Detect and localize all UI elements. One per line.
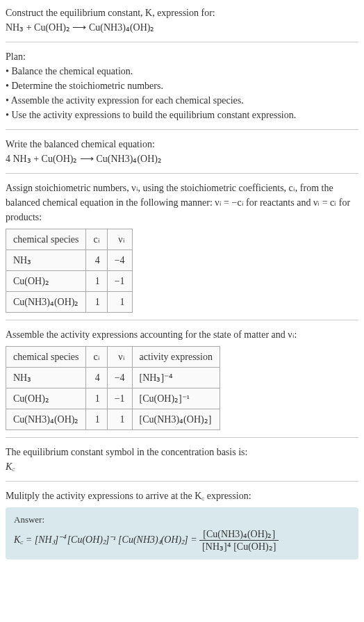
col-ci: cᵢ [86,347,107,368]
cell-activity: [Cu(OH)₂]⁻¹ [132,388,220,409]
plan-item: • Balance the chemical equation. [6,64,358,79]
assign-block: Assign stoichiometric numbers, νᵢ, using… [6,181,358,313]
cell-ci: 1 [86,409,107,430]
cell-activity: [NH₃]⁻⁴ [132,368,220,388]
table-header-row: chemical species cᵢ νᵢ [6,229,133,250]
plan-block: Plan: • Balance the chemical equation. •… [6,49,358,122]
answer-box: Answer: K꜀ = [NH₃]⁻⁴ [Cu(OH)₂]⁻¹ [Cu(NH3… [6,507,358,559]
assign-table: chemical species cᵢ νᵢ NH₃ 4 −4 Cu(OH)₂ … [6,229,133,313]
activity-table: chemical species cᵢ νᵢ activity expressi… [6,346,220,430]
cell-nui: −4 [107,250,132,271]
cell-species: Cu(OH)₂ [6,271,86,292]
assign-text: Assign stoichiometric numbers, νᵢ, using… [6,181,358,224]
multiply-block: Mulitply the activity expressions to arr… [6,489,358,503]
divider [6,481,358,482]
activity-text: Assemble the activity expressions accoun… [6,327,358,342]
cell-nui: −1 [107,388,132,409]
col-nui: νᵢ [107,347,132,368]
fraction-numerator: [Cu(NH3)₄(OH)₂] [199,528,279,541]
divider [6,320,358,320]
balanced-heading: Write the balanced chemical equation: [6,137,358,152]
divider [6,173,358,174]
cell-activity: [Cu(NH3)₄(OH)₂] [132,409,220,430]
balanced-equation: 4 NH₃ + Cu(OH)₂ ⟶ Cu(NH3)₄(OH)₂ [6,152,358,166]
cell-species: Cu(NH3)₄(OH)₂ [6,409,86,430]
table-row: Cu(OH)₂ 1 −1 [Cu(OH)₂]⁻¹ [6,388,220,409]
intro-line1: Construct the equilibrium constant, K, e… [6,6,358,20]
divider [6,42,358,42]
cell-ci: 4 [86,250,107,271]
plan-item: • Determine the stoichiometric numbers. [6,79,358,93]
plan-item: • Use the activity expressions to build … [6,108,358,122]
col-species: chemical species [6,229,86,250]
answer-lhs: K꜀ = [NH₃]⁻⁴ [Cu(OH)₂]⁻¹ [Cu(NH3)₄(OH)₂]… [14,534,199,545]
activity-block: Assemble the activity expressions accoun… [6,327,358,430]
divider [6,129,358,130]
table-row: NH₃ 4 −4 [NH₃]⁻⁴ [6,368,220,388]
divider [6,437,358,438]
answer-label: Answer: [14,514,350,525]
fraction-denominator: [NH₃]⁴ [Cu(OH)₂] [199,541,279,553]
cell-ci: 1 [86,388,107,409]
cell-nui: −1 [107,271,132,292]
intro-block: Construct the equilibrium constant, K, e… [6,6,358,35]
col-activity: activity expression [132,347,220,368]
symbol-block: The equilibrium constant symbol in the c… [6,445,358,474]
cell-ci: 4 [86,368,107,388]
col-ci: cᵢ [86,229,107,250]
plan-heading: Plan: [6,49,358,64]
cell-ci: 1 [86,292,107,313]
table-row: Cu(OH)₂ 1 −1 [6,271,133,292]
cell-species: Cu(OH)₂ [6,388,86,409]
cell-ci: 1 [86,271,107,292]
col-nui: νᵢ [107,229,132,250]
plan-item: • Assemble the activity expression for e… [6,93,358,108]
table-header-row: chemical species cᵢ νᵢ activity expressi… [6,347,220,368]
answer-equation: K꜀ = [NH₃]⁻⁴ [Cu(OH)₂]⁻¹ [Cu(NH3)₄(OH)₂]… [14,528,350,553]
intro-equation: NH₃ + Cu(OH)₂ ⟶ Cu(NH3)₄(OH)₂ [6,20,358,35]
table-row: NH₃ 4 −4 [6,250,133,271]
cell-nui: 1 [107,292,132,313]
multiply-text: Mulitply the activity expressions to arr… [6,489,358,503]
cell-species: Cu(NH3)₄(OH)₂ [6,292,86,313]
cell-species: NH₃ [6,250,86,271]
balanced-block: Write the balanced chemical equation: 4 … [6,137,358,166]
table-row: Cu(NH3)₄(OH)₂ 1 1 [Cu(NH3)₄(OH)₂] [6,409,220,430]
cell-nui: 1 [107,409,132,430]
symbol-text: The equilibrium constant symbol in the c… [6,445,358,459]
symbol-value: K꜀ [6,459,358,474]
cell-nui: −4 [107,368,132,388]
table-row: Cu(NH3)₄(OH)₂ 1 1 [6,292,133,313]
col-species: chemical species [6,347,86,368]
cell-species: NH₃ [6,368,86,388]
answer-fraction: [Cu(NH3)₄(OH)₂] [NH₃]⁴ [Cu(OH)₂] [199,528,279,553]
